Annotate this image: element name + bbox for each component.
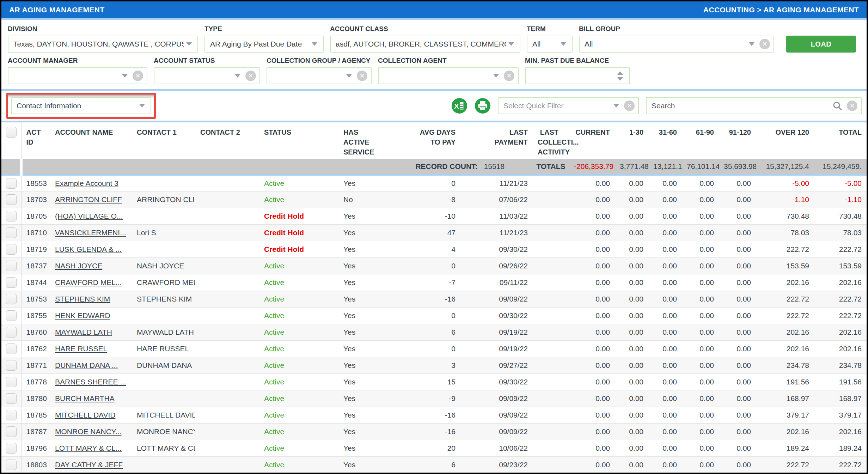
clear-icon[interactable]: ✕ (847, 101, 857, 111)
row-checkbox[interactable] (6, 277, 17, 288)
term-select[interactable]: All (527, 36, 573, 53)
clear-icon[interactable]: ✕ (759, 39, 770, 49)
row-checkbox[interactable] (6, 194, 17, 205)
row-checkbox[interactable] (6, 244, 17, 255)
cell-total: 191.56 (814, 373, 867, 390)
account-link[interactable]: MAYWALD LATH (55, 328, 112, 336)
column-header-last_payment[interactable]: LAST PAYMENT (460, 122, 533, 159)
row-checkbox[interactable] (6, 360, 17, 371)
column-header-contact2[interactable]: CONTACT 2 (195, 122, 252, 159)
cell-c61_90: 0.00 (682, 208, 719, 224)
row-checkbox[interactable] (6, 410, 17, 420)
cell-last_collection_activity (533, 324, 569, 340)
row-checkbox[interactable] (6, 460, 17, 470)
cell-status: Active (252, 274, 329, 291)
collection-agent-select[interactable]: ✕ (378, 67, 519, 84)
column-header-act_id[interactable]: ACT ID (21, 122, 50, 159)
column-header-contact1[interactable]: CONTACT 1 (132, 122, 195, 159)
svg-text:X: X (454, 102, 459, 110)
clear-icon[interactable]: ✕ (357, 71, 367, 81)
account-link[interactable]: BARNES SHEREE ... (55, 378, 126, 386)
division-select[interactable]: Texas, DAYTON, HOUSTON, QAWASTE , CORPUS (8, 36, 198, 53)
collection-agent-label: COLLECTION AGENT (378, 57, 519, 65)
clear-icon[interactable]: ✕ (504, 71, 514, 81)
row-checkbox[interactable] (6, 261, 17, 271)
account-link[interactable]: CRAWFORD MEL... (55, 278, 122, 286)
account-link[interactable]: LUSK GLENDA & ... (55, 245, 122, 253)
account-link[interactable]: MONROE NANCY... (55, 427, 122, 436)
cell-avg_days_to_pay: -10 (376, 208, 460, 224)
account-link[interactable]: DAY CATHY & JEFF (55, 461, 123, 469)
table-row: 18762HARE RUSSELHARE RUSSELActiveYes009/… (1, 340, 867, 357)
account-link[interactable]: HARE RUSSEL (55, 345, 107, 353)
account-link[interactable]: HENK EDWARD (55, 311, 110, 320)
min-past-due-input[interactable] (525, 67, 630, 84)
cell-c1_30: 0.00 (615, 241, 648, 257)
account-link[interactable]: Example Account 3 (55, 179, 118, 187)
account-link[interactable]: NASH JOYCE (55, 262, 102, 270)
search-icon[interactable] (832, 101, 843, 111)
column-header-over_120[interactable]: OVER 120 (756, 122, 814, 159)
print-icon[interactable] (475, 98, 491, 114)
cell-current: 0.00 (569, 407, 615, 423)
clear-icon[interactable]: ✕ (245, 71, 256, 81)
row-checkbox[interactable] (6, 377, 17, 387)
load-button[interactable]: LOAD (786, 36, 856, 53)
account-link[interactable]: STEPHENS KIM (55, 295, 110, 303)
spinner-icon[interactable] (617, 71, 623, 81)
cell-c1_30: 0.00 (615, 307, 648, 324)
cell-contact1: Lori S (132, 224, 195, 241)
account-link[interactable]: BURCH MARTHA (55, 394, 115, 402)
select-all-checkbox[interactable] (6, 127, 17, 138)
cell-has_active_service: Yes (329, 340, 376, 357)
account-link[interactable]: (HOA) VILLAGE O... (55, 212, 123, 220)
account-class-select[interactable]: asdf, AUTOCH, BROKER, CLASSTEST, COMMERC (330, 36, 520, 53)
row-checkbox[interactable] (6, 344, 17, 354)
cell-c61_90: 0.00 (682, 357, 719, 373)
column-header-avg_days_to_pay[interactable]: AVG DAYS TO PAY (376, 122, 460, 159)
row-checkbox[interactable] (6, 294, 17, 304)
cell-over_120: 202.16 (756, 324, 814, 340)
clear-icon[interactable]: ✕ (624, 101, 635, 111)
collection-group-select[interactable]: ✕ (267, 67, 372, 84)
table-row: 18778BARNES SHEREE ...ActiveYes1509/30/2… (1, 373, 867, 390)
column-header-account_name[interactable]: ACCOUNT NAME (50, 122, 132, 159)
column-header-c31_60[interactable]: 31-60 (648, 122, 682, 159)
quick-filter-select[interactable]: Select Quick Filter ✕ (498, 97, 639, 114)
account-link[interactable]: ARRINGTON CLIFF (55, 195, 122, 203)
excel-export-icon[interactable]: X (451, 98, 467, 114)
account-link[interactable]: MITCHELL DAVID (55, 411, 116, 419)
search-input[interactable]: Search ✕ (646, 97, 862, 114)
column-header-status[interactable]: STATUS (252, 122, 329, 159)
row-checkbox[interactable] (6, 227, 17, 238)
column-header-c1_30[interactable]: 1-30 (615, 122, 648, 159)
account-status-select[interactable]: ✕ (154, 67, 260, 84)
account-link[interactable]: VANSICKLERMENI... (55, 229, 126, 237)
row-checkbox[interactable] (6, 310, 17, 321)
row-checkbox[interactable] (6, 211, 17, 221)
account-link[interactable]: LOTT MARY & CL... (55, 444, 122, 452)
row-checkbox[interactable] (6, 426, 17, 437)
column-header-c61_90[interactable]: 61-90 (682, 122, 719, 159)
column-header-total[interactable]: TOTAL (814, 122, 867, 159)
bill-group-select[interactable]: All ✕ (579, 36, 774, 53)
type-select[interactable]: AR Aging By Past Due Date (204, 36, 324, 53)
chevron-down-icon (493, 74, 499, 78)
bill-group-filter: BILL GROUP All ✕ (579, 21, 774, 53)
view-selector[interactable]: Contact Information (11, 97, 151, 114)
cell-c61_90: 0.00 (682, 241, 719, 257)
cell-status: Credit Hold (252, 241, 329, 257)
column-header-c91_120[interactable]: 91-120 (719, 122, 756, 159)
column-header-last_collection_activity[interactable]: LAST COLLECTI... ACTIVITY (533, 122, 569, 159)
row-checkbox[interactable] (6, 443, 17, 454)
clear-icon[interactable]: ✕ (133, 71, 143, 81)
cell-last_collection_activity (533, 373, 569, 390)
row-checkbox[interactable] (6, 327, 17, 338)
division-label: DIVISION (8, 25, 198, 33)
row-checkbox[interactable] (6, 178, 17, 189)
bill-group-value: All (585, 40, 747, 48)
column-header-has_active_service[interactable]: HAS ACTIVE SERVICE (329, 122, 376, 159)
row-checkbox[interactable] (6, 393, 17, 404)
account-manager-select[interactable]: ✕ (8, 67, 147, 84)
account-link[interactable]: DUNHAM DANA ... (55, 361, 118, 369)
